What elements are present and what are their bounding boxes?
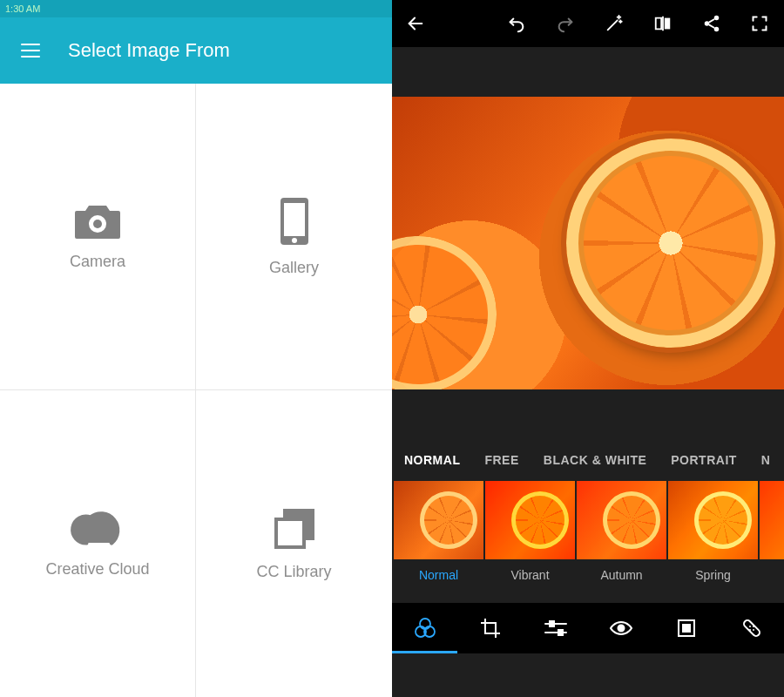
- looks-icon: [414, 617, 436, 639]
- redo-icon: [556, 14, 575, 33]
- svg-point-21: [753, 626, 754, 627]
- svg-point-9: [714, 27, 720, 31]
- source-creative-cloud[interactable]: Creative Cloud: [0, 390, 196, 697]
- svg-rect-3: [284, 203, 305, 236]
- svg-point-15: [618, 626, 624, 632]
- crop-icon: [479, 617, 502, 639]
- sliders-icon: [544, 619, 568, 637]
- compare-button[interactable]: [653, 14, 672, 33]
- svg-point-22: [749, 629, 751, 631]
- svg-rect-14: [558, 630, 563, 635]
- svg-point-1: [93, 220, 102, 228]
- redo-button[interactable]: [556, 14, 575, 33]
- tool-crop[interactable]: [457, 603, 523, 653]
- filter-thumb-label: Spring: [695, 568, 730, 582]
- frame-icon: [676, 618, 697, 639]
- eye-icon: [609, 619, 633, 637]
- filter-thumb-vibrant[interactable]: Vibrant: [485, 481, 575, 582]
- source-gallery[interactable]: Gallery: [196, 84, 392, 390]
- status-time: 1:30 AM: [5, 3, 40, 14]
- library-icon: [273, 507, 316, 551]
- source-gallery-label: Gallery: [269, 259, 319, 277]
- menu-icon[interactable]: [21, 44, 40, 58]
- filter-thumb-summer[interactable]: Sum: [760, 481, 784, 582]
- image-source-picker-screen: 1:30 AM Select Image From Camera Gallery: [0, 0, 392, 697]
- bandaid-icon: [740, 617, 763, 639]
- filter-thumb-image: [577, 481, 666, 559]
- filter-category-portrait[interactable]: PORTRAIT: [671, 453, 737, 467]
- filter-category-bw[interactable]: BLACK & WHITE: [544, 453, 647, 467]
- filter-panel: NORMAL FREE BLACK & WHITE PORTRAIT N Nor…: [392, 439, 784, 697]
- fullscreen-button[interactable]: [751, 15, 768, 32]
- page-title: Select Image From: [68, 39, 230, 62]
- source-creative-cloud-label: Creative Cloud: [45, 560, 149, 579]
- filter-thumb-label: Vibrant: [510, 568, 549, 582]
- back-icon: [406, 14, 425, 33]
- svg-point-8: [705, 21, 710, 26]
- filter-thumb-autumn[interactable]: Autumn: [577, 481, 666, 582]
- tool-adjust[interactable]: [523, 603, 588, 653]
- filter-thumb-image: [668, 481, 758, 559]
- svg-point-4: [292, 238, 297, 243]
- creative-cloud-icon: [69, 510, 126, 548]
- share-button[interactable]: [702, 14, 721, 33]
- source-camera[interactable]: Camera: [0, 84, 196, 390]
- svg-point-10: [420, 619, 430, 629]
- filter-category-row[interactable]: NORMAL FREE BLACK & WHITE PORTRAIT N: [392, 439, 784, 481]
- back-button[interactable]: [392, 14, 439, 33]
- editor-topbar: [392, 0, 784, 47]
- source-cc-library-label: CC Library: [256, 563, 331, 581]
- svg-point-7: [714, 16, 720, 21]
- source-grid: Camera Gallery Creative Cloud CC Library: [0, 84, 392, 697]
- filter-thumb-image: [485, 481, 575, 559]
- magic-wand-icon: [605, 14, 624, 33]
- svg-point-20: [753, 629, 754, 631]
- filter-thumb-spring[interactable]: Spring: [668, 481, 758, 582]
- filter-thumb-image: [394, 481, 483, 559]
- photo-canvas[interactable]: [392, 47, 784, 439]
- share-icon: [702, 14, 721, 33]
- photo-editor-screen: NORMAL FREE BLACK & WHITE PORTRAIT N Nor…: [392, 0, 784, 697]
- filter-thumb-label: Normal: [419, 568, 458, 582]
- filter-category-normal[interactable]: NORMAL: [404, 453, 460, 467]
- source-camera-label: Camera: [70, 253, 125, 271]
- tool-redeye[interactable]: [588, 603, 653, 653]
- compare-icon: [653, 14, 672, 33]
- photo-preview: [392, 97, 784, 389]
- svg-point-19: [749, 626, 751, 627]
- tool-frames[interactable]: [653, 603, 719, 653]
- editor-toolbar: [392, 603, 784, 653]
- app-bar: Select Image From: [0, 17, 392, 84]
- filter-thumb-label: Autumn: [600, 568, 642, 582]
- filter-category-free[interactable]: FREE: [484, 453, 518, 467]
- svg-rect-18: [742, 619, 760, 637]
- svg-rect-6: [276, 519, 304, 547]
- undo-icon: [507, 14, 526, 33]
- undo-button[interactable]: [507, 14, 526, 33]
- svg-rect-17: [682, 624, 691, 633]
- filter-thumb-normal[interactable]: Normal: [394, 481, 483, 582]
- fullscreen-icon: [751, 15, 768, 32]
- filter-category-nature[interactable]: N: [761, 453, 771, 467]
- tool-heal[interactable]: [719, 603, 784, 653]
- status-bar: 1:30 AM: [0, 0, 392, 17]
- svg-rect-13: [550, 621, 554, 626]
- topbar-actions: [439, 14, 784, 33]
- filter-thumb-row[interactable]: Normal Vibrant Autumn Spring Sum: [392, 481, 784, 603]
- source-cc-library[interactable]: CC Library: [196, 390, 392, 697]
- camera-icon: [73, 202, 122, 240]
- tool-looks[interactable]: [392, 603, 457, 653]
- phone-icon: [279, 196, 310, 247]
- filter-thumb-image: [760, 481, 784, 559]
- auto-enhance-button[interactable]: [605, 14, 624, 33]
